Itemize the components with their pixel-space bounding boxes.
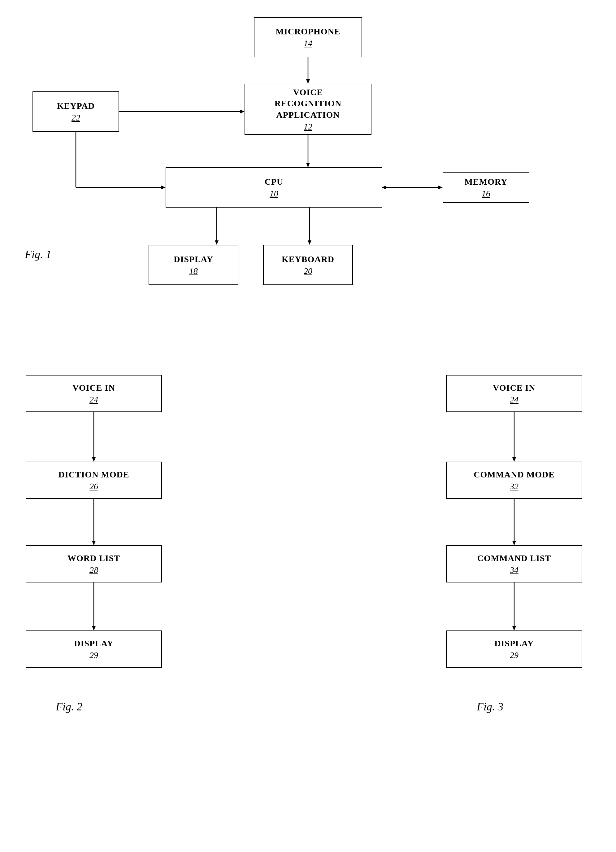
f3-voicein-label: VOICE IN bbox=[493, 382, 535, 393]
microphone-label: MICROPHONE bbox=[276, 26, 340, 37]
diagram-container: MICROPHONE 14 VOICE RECOGNITION APPLICAT… bbox=[0, 0, 616, 852]
svg-marker-19 bbox=[92, 541, 96, 545]
keypad-box: KEYPAD 22 bbox=[33, 91, 119, 132]
f3-commandlist-label: COMMAND LIST bbox=[477, 553, 551, 564]
svg-marker-17 bbox=[92, 457, 96, 462]
svg-marker-25 bbox=[512, 541, 516, 545]
f2-dictionmode-number: 26 bbox=[89, 482, 98, 491]
f2-voicein-number: 24 bbox=[89, 395, 98, 405]
microphone-number: 14 bbox=[304, 38, 312, 48]
f3-display-label: DISPLAY bbox=[494, 638, 534, 649]
f2-voicein-box: VOICE IN 24 bbox=[26, 375, 162, 412]
f2-wordlist-label: WORD LIST bbox=[68, 553, 120, 564]
fig2-label: Fig. 2 bbox=[56, 700, 82, 713]
svg-marker-11 bbox=[382, 186, 386, 189]
svg-marker-23 bbox=[512, 457, 516, 462]
svg-marker-3 bbox=[306, 163, 310, 167]
memory-label: MEMORY bbox=[465, 176, 508, 187]
svg-marker-27 bbox=[512, 626, 516, 630]
f2-dictionmode-label: DICTION MODE bbox=[58, 469, 129, 480]
svg-marker-8 bbox=[161, 186, 166, 189]
svg-marker-21 bbox=[92, 626, 96, 630]
microphone-box: MICROPHONE 14 bbox=[254, 17, 362, 57]
cpu-box: CPU 10 bbox=[166, 167, 382, 208]
svg-marker-13 bbox=[215, 240, 218, 245]
display1-box: DISPLAY 18 bbox=[149, 245, 238, 285]
f2-wordlist-box: WORD LIST 28 bbox=[26, 545, 162, 582]
vra-label: VOICE RECOGNITION APPLICATION bbox=[274, 87, 342, 121]
svg-marker-5 bbox=[240, 110, 244, 113]
f3-display-box: DISPLAY 29 bbox=[446, 630, 582, 668]
vra-box: VOICE RECOGNITION APPLICATION 12 bbox=[244, 84, 372, 135]
memory-box: MEMORY 16 bbox=[443, 172, 529, 203]
f3-voicein-number: 24 bbox=[510, 395, 518, 405]
f3-commandmode-box: COMMAND MODE 32 bbox=[446, 462, 582, 499]
f3-voicein-box: VOICE IN 24 bbox=[446, 375, 582, 412]
f3-display-number: 29 bbox=[510, 650, 518, 660]
cpu-number: 10 bbox=[270, 189, 278, 199]
svg-marker-10 bbox=[438, 186, 443, 189]
f2-voicein-label: VOICE IN bbox=[72, 382, 115, 393]
fig3-label: Fig. 3 bbox=[477, 700, 503, 713]
f2-display-label: DISPLAY bbox=[74, 638, 113, 649]
display1-number: 18 bbox=[189, 266, 198, 276]
f3-commandlist-number: 34 bbox=[510, 565, 518, 575]
keyboard-number: 20 bbox=[304, 266, 312, 276]
svg-marker-1 bbox=[306, 79, 310, 84]
display1-label: DISPLAY bbox=[174, 254, 213, 265]
f2-display-number: 29 bbox=[89, 650, 98, 660]
f3-commandmode-label: COMMAND MODE bbox=[474, 469, 555, 480]
svg-marker-15 bbox=[308, 240, 312, 245]
keypad-number: 22 bbox=[71, 113, 80, 123]
memory-number: 16 bbox=[482, 189, 490, 199]
keypad-label: KEYPAD bbox=[57, 100, 95, 112]
f2-display-box: DISPLAY 29 bbox=[26, 630, 162, 668]
f2-dictionmode-box: DICTION MODE 26 bbox=[26, 462, 162, 499]
fig1-label: Fig. 1 bbox=[25, 248, 51, 261]
f3-commandmode-number: 32 bbox=[510, 482, 518, 491]
keyboard-box: KEYBOARD 20 bbox=[263, 245, 353, 285]
keyboard-label: KEYBOARD bbox=[282, 254, 334, 265]
f2-wordlist-number: 28 bbox=[89, 565, 98, 575]
f3-commandlist-box: COMMAND LIST 34 bbox=[446, 545, 582, 582]
vra-number: 12 bbox=[304, 122, 312, 132]
cpu-label: CPU bbox=[265, 176, 283, 187]
